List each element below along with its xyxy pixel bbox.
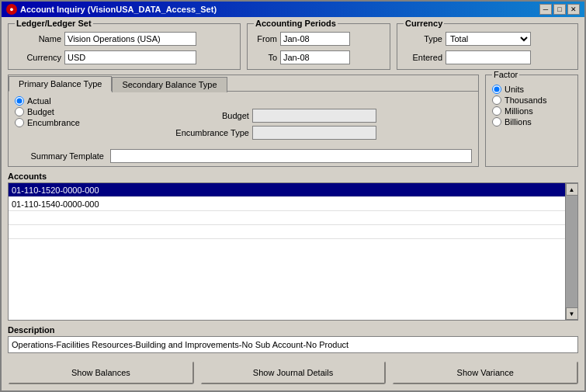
account-row[interactable] xyxy=(9,211,565,225)
currency-entered-input[interactable] xyxy=(446,50,531,64)
thousands-radio-row: Thousands xyxy=(492,95,571,105)
summary-template-label: Summary Template xyxy=(15,151,104,161)
encumbrance-type-row: Encumbrance Type xyxy=(148,126,376,140)
currency-entered-row: Entered xyxy=(404,50,571,64)
main-content: Ledger/Ledger Set Name Currency Accounti… xyxy=(2,17,584,390)
currency-entered-label: Entered xyxy=(404,53,442,62)
ledger-currency-label: Currency xyxy=(15,53,61,62)
currency-type-select[interactable]: Total Entered Translated xyxy=(446,32,531,46)
units-label: Units xyxy=(505,85,524,94)
encumbrance-type-input[interactable] xyxy=(252,126,376,140)
thousands-label: Thousands xyxy=(505,95,546,105)
show-variance-button[interactable]: Show Variance xyxy=(392,361,578,384)
currency-type-label: Type xyxy=(404,34,442,43)
tabs-content: Actual Budget Encumbrance xyxy=(9,92,478,144)
accounts-inner: 01-110-1520-0000-000 01-110-1540-0000-00… xyxy=(9,183,565,320)
to-label: To xyxy=(254,53,277,62)
currency-group: Currency Type Total Entered Translated E… xyxy=(397,23,578,70)
scroll-track xyxy=(566,196,577,307)
main-window: ● Account Inquiry (VisionUSA_DATA_Access… xyxy=(0,0,586,392)
from-input[interactable] xyxy=(280,32,350,46)
from-label: From xyxy=(254,34,277,43)
budget-radio-row: Budget xyxy=(15,107,80,116)
scroll-down-button[interactable]: ▼ xyxy=(566,307,578,320)
summary-template-input[interactable] xyxy=(110,149,472,163)
encumbrance-radio-row: Encumbrance xyxy=(15,118,80,127)
top-row: Ledger/Ledger Set Name Currency Accounti… xyxy=(8,23,578,70)
tabs-header: Primary Balance Type Secondary Balance T… xyxy=(9,75,478,92)
ledger-currency-input[interactable] xyxy=(64,50,196,64)
tab-secondary[interactable]: Secondary Balance Type xyxy=(112,77,227,92)
millions-radio[interactable] xyxy=(492,106,501,116)
window-title: Account Inquiry (VisionUSA_DATA_Access_S… xyxy=(20,5,217,14)
ledger-name-input[interactable] xyxy=(64,32,196,46)
accounting-group: Accounting Periods From To xyxy=(247,23,390,70)
scroll-up-button[interactable]: ▲ xyxy=(566,183,578,196)
millions-radio-row: Millions xyxy=(492,106,571,116)
encumbrance-type-label: Encumbrance Type xyxy=(148,128,249,137)
billions-label: Billions xyxy=(505,117,532,127)
budget-label: Budget xyxy=(27,107,54,116)
millions-label: Millions xyxy=(505,106,533,116)
billions-radio[interactable] xyxy=(492,117,501,127)
budget-field-input[interactable] xyxy=(252,109,376,123)
tab-primary[interactable]: Primary Balance Type xyxy=(9,76,112,92)
ledger-group-label: Ledger/Ledger Set xyxy=(15,19,93,28)
account-row[interactable] xyxy=(9,225,565,239)
budget-field-row: Budget xyxy=(148,109,376,123)
account-row[interactable]: 01-110-1540-0000-000 xyxy=(9,197,565,211)
ledger-name-row: Name xyxy=(15,32,234,46)
show-journal-details-button[interactable]: Show Journal Details xyxy=(200,361,387,384)
accounting-group-label: Accounting Periods xyxy=(254,19,338,28)
accounting-to-row: To xyxy=(254,50,383,64)
units-radio[interactable] xyxy=(492,85,501,94)
budget-radio[interactable] xyxy=(15,107,24,116)
thousands-radio[interactable] xyxy=(492,95,501,105)
billions-radio-row: Billions xyxy=(492,117,571,127)
account-row[interactable]: 01-110-1520-0000-000 xyxy=(9,183,565,197)
middle-section: Primary Balance Type Secondary Balance T… xyxy=(8,75,578,167)
description-section: Description xyxy=(8,325,578,353)
accounting-from-row: From xyxy=(254,32,383,46)
to-input[interactable] xyxy=(280,50,350,64)
encumbrance-radio[interactable] xyxy=(15,118,24,127)
account-row-text: 01-110-1540-0000-000 xyxy=(9,199,99,209)
units-radio-row: Units xyxy=(492,85,571,94)
ledger-group: Ledger/Ledger Set Name Currency xyxy=(8,23,241,70)
accounts-scrollbar[interactable]: ▲ ▼ xyxy=(565,183,577,320)
ledger-name-label: Name xyxy=(15,34,61,43)
accounts-list[interactable]: 01-110-1520-0000-000 01-110-1540-0000-00… xyxy=(8,182,578,321)
ledger-currency-row: Currency xyxy=(15,50,234,64)
factor-group: Factor Units Thousands Millions Billions xyxy=(485,75,578,167)
title-bar: ● Account Inquiry (VisionUSA_DATA_Access… xyxy=(2,2,584,17)
tabs-panel: Primary Balance Type Secondary Balance T… xyxy=(8,75,479,167)
app-icon: ● xyxy=(6,4,17,15)
factor-group-label: Factor xyxy=(492,70,519,79)
actual-label: Actual xyxy=(27,96,51,106)
description-label: Description xyxy=(8,325,578,335)
currency-group-label: Currency xyxy=(404,19,444,28)
title-buttons: ─ □ ✕ xyxy=(539,4,580,15)
show-balances-button[interactable]: Show Balances xyxy=(8,361,194,384)
buttons-row: Show Balances Show Journal Details Show … xyxy=(8,361,578,384)
accounts-label: Accounts xyxy=(8,172,578,181)
actual-radio-row: Actual xyxy=(15,96,472,106)
close-button[interactable]: ✕ xyxy=(567,4,580,15)
accounts-section: Accounts 01-110-1520-0000-000 01-110-154… xyxy=(8,172,578,321)
actual-radio[interactable] xyxy=(15,96,24,106)
summary-row: Summary Template xyxy=(9,146,478,166)
encumbrance-label: Encumbrance xyxy=(27,118,80,127)
minimize-button[interactable]: ─ xyxy=(539,4,552,15)
maximize-button[interactable]: □ xyxy=(553,4,566,15)
description-input[interactable] xyxy=(8,336,578,353)
title-bar-left: ● Account Inquiry (VisionUSA_DATA_Access… xyxy=(6,4,217,15)
account-row-text: 01-110-1520-0000-000 xyxy=(9,186,99,195)
currency-type-row: Type Total Entered Translated xyxy=(404,32,571,46)
budget-field-label: Budget xyxy=(148,111,249,120)
